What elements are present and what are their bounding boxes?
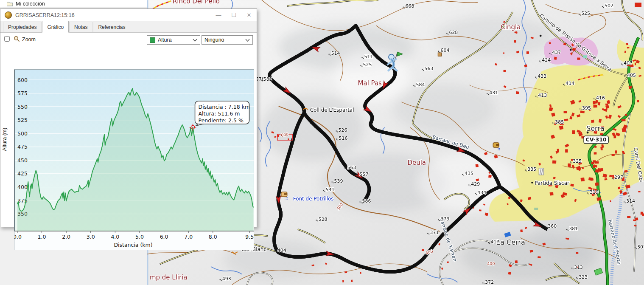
chevron-down-icon	[193, 39, 197, 42]
tab-propiedades[interactable]: Propiedades	[3, 22, 42, 32]
spot-height: 424	[542, 57, 551, 63]
x-axis-title: Distancia (km)	[114, 242, 152, 248]
dialog-titlebar[interactable]: GRRISASERRA12:15:16 — ☐ ✕	[0, 9, 257, 21]
svg-text:Distancia : 7.18 km: Distancia : 7.18 km	[199, 104, 250, 110]
magnifier-icon	[14, 36, 20, 42]
spot-height: 539	[334, 178, 343, 184]
spot-height: 582	[263, 76, 272, 82]
spot-height: 417	[490, 239, 499, 245]
poi-dot	[531, 182, 533, 183]
track-properties-dialog[interactable]: GRRISASERRA12:15:16 — ☐ ✕ PropiedadesGrá…	[0, 8, 257, 227]
map-label: Partida Siscar	[535, 180, 569, 186]
spot-height: 416	[596, 95, 605, 101]
spot-height: 325	[573, 158, 582, 164]
spot-height: 668	[405, 3, 414, 9]
svg-text:475: 475	[17, 144, 28, 150]
spot-height: 502	[605, 3, 613, 8]
map-label: mp de Lliria	[150, 274, 187, 281]
tab-notas[interactable]: Notas	[69, 22, 92, 32]
spot-height: 557	[360, 172, 369, 177]
grafico-tab-content: Zoom Altura Ninguno Altura (m) 350375400…	[0, 33, 257, 227]
spot-height: 431	[489, 90, 498, 96]
series-color-swatch	[150, 37, 155, 43]
spot-height: 435	[465, 171, 473, 176]
spot-height: 437	[552, 50, 561, 55]
svg-text:9.5: 9.5	[245, 234, 254, 240]
tree-item-label: Mi colección	[16, 1, 45, 7]
svg-text:600: 600	[17, 77, 28, 83]
spot-height: 371	[430, 230, 439, 235]
spot-height: 514	[331, 51, 340, 56]
spot-height: 516	[339, 135, 348, 141]
svg-text:Pendiente: 2.5 %: Pendiente: 2.5 %	[199, 117, 244, 124]
spot-height: 604	[440, 48, 449, 53]
svg-text:500: 500	[17, 130, 28, 137]
minimize-button[interactable]: —	[211, 9, 226, 21]
spot-height: 314	[626, 198, 635, 204]
maximize-button[interactable]: ☐	[226, 9, 241, 21]
map-label: La Cerra	[496, 238, 525, 246]
tree-item-mi-coleccion[interactable]: Mi colección	[0, 0, 147, 8]
spot-height: 563	[424, 66, 433, 71]
elevation-chart[interactable]: 3503754004254504755005255505756000.01.02…	[14, 70, 254, 250]
dialog-title: GRRISASERRA12:15:16	[15, 12, 211, 18]
spot-height: 381	[569, 226, 578, 231]
chevron-down-icon	[245, 39, 250, 42]
tab-bar[interactable]: PropiedadesGráficoNotasReferencias	[0, 21, 257, 33]
close-button[interactable]: ✕	[241, 9, 257, 21]
map-label: Cingla	[501, 23, 521, 31]
svg-text:1.0: 1.0	[38, 234, 46, 240]
spot-height: 313	[574, 265, 583, 270]
svg-text:Altura: 511.6 m: Altura: 511.6 m	[199, 110, 240, 117]
spot-height: 395	[582, 105, 591, 111]
series-select-value: Altura	[158, 37, 191, 43]
svg-text:0.0: 0.0	[14, 234, 22, 240]
map-label: Rinco Del Pello	[173, 0, 220, 5]
y-axis-title: Altura (m)	[2, 126, 8, 153]
spot-height: 407	[624, 60, 633, 66]
svg-text:8.0: 8.0	[209, 234, 217, 240]
svg-text:7.0: 7.0	[184, 234, 193, 240]
spot-height: 360	[548, 223, 557, 229]
series-select[interactable]: Altura	[147, 35, 200, 45]
svg-text:425: 425	[17, 170, 28, 177]
spot-height: 528	[319, 217, 328, 222]
chart-tooltip: Distancia : 7.18 kmAltura: 511.6 mPendie…	[195, 101, 250, 126]
spot-height: 541	[326, 187, 335, 192]
map-label: Serra	[586, 124, 605, 133]
map-label: 400	[487, 261, 495, 266]
map-label: Font de Potrillos	[293, 196, 334, 202]
map-label: Mal Pas	[358, 79, 382, 87]
spot-height: 433	[538, 73, 546, 79]
svg-text:575: 575	[17, 90, 28, 96]
spot-height: 335	[527, 166, 536, 172]
parking-icon	[539, 168, 543, 175]
tab-gráfico[interactable]: Gráfico	[42, 21, 69, 33]
spot-height: 434	[477, 190, 486, 195]
spot-height: 405	[627, 73, 636, 78]
zoom-label: Zoom	[22, 37, 36, 42]
tab-referencias[interactable]: Referencias	[93, 22, 130, 32]
zoom-checkbox[interactable]	[4, 36, 10, 42]
road-shield: CV-310	[584, 136, 608, 144]
folder-icon	[7, 1, 13, 6]
map-label: Deula	[407, 159, 426, 166]
spot-height: 526	[339, 127, 347, 133]
svg-text:3.0: 3.0	[87, 234, 95, 240]
road-shield-label: CV-310	[586, 137, 607, 143]
spot-height: 525	[581, 11, 590, 16]
pool-icon	[583, 55, 587, 58]
spot-height: 372	[485, 279, 494, 285]
spot-height: 511	[364, 54, 373, 59]
svg-text:5.0: 5.0	[135, 234, 144, 240]
spot-height: 385	[555, 119, 564, 125]
svg-text:6.0: 6.0	[160, 234, 168, 240]
small-field-icon	[534, 208, 538, 210]
spot-height: 413	[538, 93, 547, 98]
spot-height: 297	[614, 175, 623, 180]
svg-text:450: 450	[17, 157, 28, 164]
spot-height: 379	[440, 216, 449, 222]
secondary-select[interactable]: Ninguno	[202, 35, 253, 45]
ruin-icon	[438, 53, 441, 56]
spot-height: 429	[471, 181, 480, 187]
